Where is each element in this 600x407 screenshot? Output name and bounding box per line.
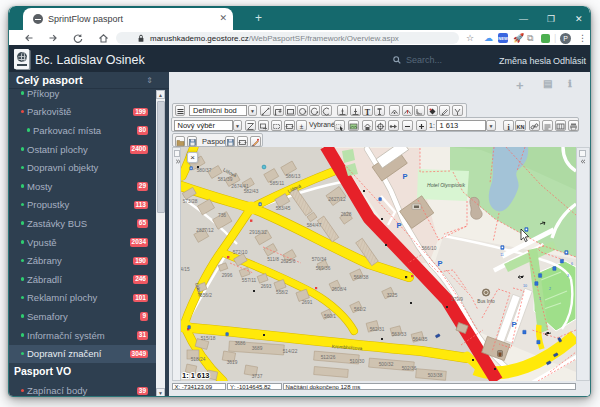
svg-text:P: P <box>511 320 516 329</box>
svg-text:518/24: 518/24 <box>191 357 206 362</box>
svg-text:P: P <box>396 221 401 230</box>
svg-text:11: 11 <box>500 253 504 257</box>
svg-text:570/34: 570/34 <box>312 257 327 262</box>
svg-text:510/30: 510/30 <box>350 359 365 364</box>
svg-text:500/32: 500/32 <box>379 362 394 367</box>
svg-text:2625/6: 2625/6 <box>281 259 296 264</box>
svg-text:511/8: 511/8 <box>267 257 279 262</box>
svg-text:557/11: 557/11 <box>242 278 257 283</box>
svg-text:P: P <box>437 259 442 268</box>
svg-text:2918/32: 2918/32 <box>249 230 267 235</box>
svg-text:2628: 2628 <box>341 212 352 217</box>
svg-text:572/10: 572/10 <box>233 250 248 255</box>
svg-text:564/35: 564/35 <box>413 337 428 342</box>
svg-text:KN: KN <box>517 124 525 130</box>
svg-text:2996: 2996 <box>222 273 233 278</box>
svg-text:3619: 3619 <box>227 360 238 365</box>
svg-text:1: 1 613: 1: 1 613 <box>182 371 210 380</box>
svg-text:2627/12: 2627/12 <box>328 197 346 202</box>
svg-text:560/1: 560/1 <box>324 314 336 319</box>
svg-text:2827/12: 2827/12 <box>196 228 214 233</box>
svg-text:736: 736 <box>218 213 226 218</box>
svg-text:573/28: 573/28 <box>183 199 198 204</box>
svg-text:3: 3 <box>567 274 569 278</box>
svg-text:583/45: 583/45 <box>276 206 291 211</box>
svg-text:502/36: 502/36 <box>402 366 417 371</box>
svg-text:2691: 2691 <box>302 300 313 305</box>
svg-text:3737: 3737 <box>252 374 263 379</box>
svg-text:2: 2 <box>549 287 551 291</box>
svg-text:569/36: 569/36 <box>316 266 331 271</box>
svg-text:580/37: 580/37 <box>197 168 212 173</box>
svg-text:556/2: 556/2 <box>200 293 212 298</box>
svg-text:3225: 3225 <box>387 293 398 298</box>
svg-text:512/26: 512/26 <box>321 355 336 360</box>
svg-text:2608/4: 2608/4 <box>332 287 347 292</box>
svg-text:6: 6 <box>571 262 573 266</box>
svg-text:Hotel Olympionik: Hotel Olympionik <box>427 182 465 188</box>
svg-text:1: 1 <box>539 297 541 301</box>
svg-text:i: i <box>507 122 510 131</box>
svg-text:566/10: 566/10 <box>422 246 437 251</box>
svg-text:379/9: 379/9 <box>451 297 463 302</box>
svg-text:2693: 2693 <box>261 284 272 289</box>
svg-text:T: T <box>365 108 371 117</box>
svg-text:558/2: 558/2 <box>276 290 288 295</box>
svg-text:3686: 3686 <box>235 341 246 346</box>
svg-text:515/18: 515/18 <box>201 336 216 341</box>
svg-text:585/11: 585/11 <box>270 181 285 186</box>
svg-text:10: 10 <box>523 284 527 288</box>
svg-text:562/31: 562/31 <box>370 327 385 332</box>
svg-text:4/15: 4/15 <box>181 267 190 272</box>
svg-text:581/39: 581/39 <box>218 177 233 182</box>
svg-text:±: ± <box>299 123 303 130</box>
svg-text:P: P <box>402 172 407 181</box>
svg-text:3689: 3689 <box>252 346 263 351</box>
svg-text:568/38: 568/38 <box>354 275 369 280</box>
svg-text:584/47: 584/47 <box>307 223 322 228</box>
svg-text:563/33: 563/33 <box>392 332 407 337</box>
svg-text:582/43: 582/43 <box>244 189 259 194</box>
svg-text:Bus Info: Bus Info <box>477 299 495 304</box>
svg-text:514/22: 514/22 <box>283 349 298 354</box>
svg-text:503/38: 503/38 <box>428 373 443 378</box>
svg-text:561/2: 561/2 <box>354 307 366 312</box>
svg-text:586/13: 586/13 <box>286 174 301 179</box>
